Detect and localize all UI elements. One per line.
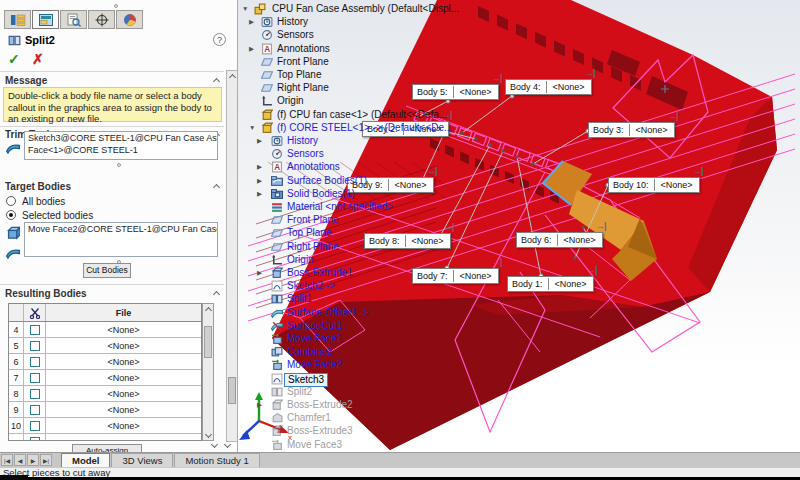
table-row[interactable]: 4<None> [9, 322, 201, 338]
tree-item-label[interactable]: (f) CPU fan case<1> (Default<<Defa... [277, 109, 447, 121]
chevron-right-icon[interactable]: ▶ [257, 163, 262, 171]
tree-item-label[interactable]: Sketch3 [284, 373, 328, 387]
tab-motion-study-1[interactable]: Motion Study 1 [174, 453, 259, 467]
next-tab-button[interactable]: ▶ [27, 454, 39, 466]
cut-away-checkbox[interactable] [30, 325, 40, 335]
chevron-right-icon[interactable]: ▶ [257, 190, 262, 198]
listbox-resize-handle[interactable] [117, 163, 121, 167]
chevron-right-icon[interactable]: ▶ [257, 177, 262, 185]
tree-item-label[interactable]: Right Plane [287, 241, 339, 253]
chevron-right-icon[interactable]: ▶ [249, 18, 254, 26]
callout-pin-icon[interactable]: →| [587, 265, 597, 275]
first-tab-button[interactable]: |◀ [1, 454, 13, 466]
tree-item-label[interactable]: SurfaceCut1 [287, 320, 343, 332]
panel-resize-handle[interactable] [114, 4, 118, 8]
file-cell[interactable]: <None> [46, 405, 201, 415]
table-row[interactable]: 8<None> [9, 386, 201, 402]
tree-item-label[interactable]: Move Face1 [287, 333, 342, 345]
table-row[interactable] [9, 434, 201, 441]
tab-property-manager[interactable] [32, 10, 59, 29]
tree-item-label[interactable]: (f) CORE STEEL<1> -> (Default<<De... [277, 122, 452, 134]
tree-item-label[interactable]: CPU Fan Case Assembly (Default<Displ... [272, 3, 459, 15]
callout-pin-icon[interactable]: →| [585, 68, 595, 78]
tree-item-label[interactable]: Chamfer1 [287, 412, 331, 424]
chevron-down-icon[interactable]: ▼ [249, 124, 255, 131]
tab-dimxpert-manager[interactable] [88, 10, 115, 29]
chevron-right-icon[interactable]: ▶ [249, 45, 254, 53]
file-cell[interactable]: <None> [46, 389, 201, 399]
collapse-resulting-icon[interactable] [213, 291, 220, 298]
body-callout[interactable]: Body 10:<None>→| [608, 177, 700, 193]
scroll-down-icon[interactable] [211, 441, 218, 448]
help-icon[interactable]: ? [213, 33, 226, 46]
collapse-target-icon[interactable] [213, 184, 220, 191]
cut-away-checkbox[interactable] [30, 357, 40, 367]
file-cell[interactable]: <None> [46, 421, 201, 431]
last-tab-button[interactable]: ▶| [40, 454, 52, 466]
collapse-message-icon[interactable] [213, 78, 220, 85]
tree-item-label[interactable]: Solid Bodies(1) [287, 188, 355, 200]
cut-away-checkbox[interactable] [30, 373, 40, 383]
tab-configuration-manager[interactable] [60, 10, 87, 29]
tree-item-label[interactable]: Top Plane [287, 227, 331, 239]
table-scrollbar[interactable] [202, 303, 214, 441]
chevron-down-icon[interactable]: ▼ [242, 5, 248, 12]
cut-away-checkbox[interactable] [30, 437, 40, 442]
trim-tool-item[interactable]: Sketch3@CORE STEEL-1@CPU Fan Case Assemb… [28, 133, 214, 145]
target-bodies-listbox[interactable]: Move Face2@CORE STEEL-1@CPU Fan Case Ass… [24, 222, 218, 257]
body-callout-value[interactable]: <None> [655, 179, 699, 191]
file-cell[interactable]: <None> [46, 373, 201, 383]
file-cell[interactable]: <None> [46, 325, 201, 335]
ok-button[interactable]: ✓ [8, 51, 20, 67]
cut-away-checkbox[interactable] [30, 341, 40, 351]
cancel-button[interactable]: ✗ [32, 51, 44, 67]
tree-item-label[interactable]: Front Plane [287, 214, 339, 226]
trim-tools-listbox[interactable]: Sketch3@CORE STEEL-1@CPU Fan Case Assemb… [24, 131, 218, 160]
chevron-right-icon[interactable]: ▶ [257, 137, 262, 145]
tree-item-label[interactable]: Origin [277, 95, 304, 107]
tree-item-label[interactable]: Top Plane [277, 69, 321, 81]
tree-item-label[interactable]: Sensors [277, 29, 314, 41]
tree-item-label[interactable]: Origin [287, 254, 314, 266]
table-row[interactable]: 5<None> [9, 338, 201, 354]
cut-away-checkbox[interactable] [30, 421, 40, 431]
chevron-right-icon[interactable]: ▶ [257, 269, 262, 277]
tree-item-label[interactable]: Sensors [287, 148, 324, 160]
chevron-right-icon[interactable]: ▶ [257, 401, 262, 409]
tree-item-label[interactable]: Surface-Offset1 -> [287, 307, 369, 319]
tree-item-label[interactable]: Annotations [277, 43, 330, 55]
table-row[interactable]: 7<None> [9, 370, 201, 386]
tab-display-manager[interactable] [116, 10, 143, 29]
tab-model[interactable]: Model [61, 453, 110, 467]
callout-pin-icon[interactable]: →| [668, 111, 678, 121]
cut-away-checkbox[interactable] [30, 389, 40, 399]
callout-pin-icon[interactable]: →| [596, 221, 606, 231]
file-cell[interactable]: <None> [46, 341, 201, 351]
tree-item-label[interactable]: Right Plane [277, 82, 329, 94]
table-row[interactable]: 6<None> [9, 354, 201, 370]
tree-item-label[interactable]: Boss-Extrude1 [287, 267, 353, 279]
table-row[interactable]: 9<None> [9, 402, 201, 418]
tree-item-label[interactable]: Surface Bodies(1) [287, 175, 367, 187]
cut-away-checkbox[interactable] [30, 405, 40, 415]
tree-item-label[interactable]: History [277, 16, 308, 28]
tree-item-label[interactable]: Combine2 [287, 346, 333, 358]
target-body-item[interactable]: Move Face2@CORE STEEL-1@CPU Fan Case Ass… [28, 224, 214, 236]
all-bodies-radio[interactable] [6, 196, 16, 206]
tree-item-label[interactable]: Boss-Extrude3 [287, 425, 353, 437]
selected-bodies-radio[interactable] [6, 210, 16, 220]
panel-scrollbar[interactable] [226, 70, 238, 442]
trim-tool-item[interactable]: Face<1>@CORE STEEL-1 [28, 145, 214, 157]
tab-3d-views[interactable]: 3D Views [111, 453, 173, 467]
tree-item-label[interactable]: Split2 [287, 386, 312, 398]
tree-item-label[interactable]: Boss-Extrude2 [287, 399, 353, 411]
tree-item-label[interactable]: Annotations [287, 161, 340, 173]
table-row[interactable]: 10<None> [9, 418, 201, 434]
tree-item-label[interactable]: Split1 [287, 293, 312, 305]
callout-pin-icon[interactable]: →| [693, 166, 703, 176]
file-cell[interactable]: <None> [46, 357, 201, 367]
cut-bodies-button[interactable]: Cut Bodies [83, 263, 131, 278]
tree-item-label[interactable]: Material <not specified> [287, 201, 393, 213]
prev-tab-button[interactable]: ◀ [14, 454, 26, 466]
body-callout[interactable]: Body 3:<None>→| [588, 122, 675, 138]
